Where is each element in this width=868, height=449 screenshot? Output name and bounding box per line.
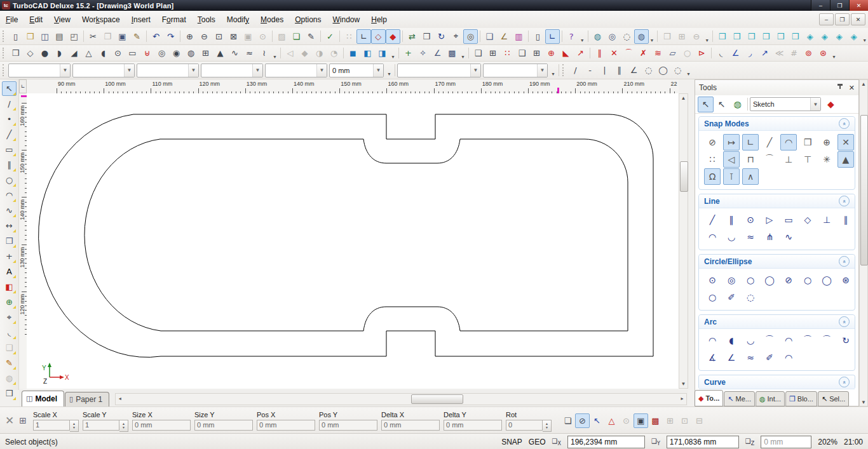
snap-nearest-facet-icon[interactable]: ▲ xyxy=(837,151,854,168)
snap-quadrant-icon[interactable]: ⊕ xyxy=(818,134,835,151)
snap-star-icon[interactable]: ✳ xyxy=(818,151,835,168)
render-hidden-line-icon[interactable]: ◎ xyxy=(605,29,620,44)
fillet-icon[interactable]: ◟ xyxy=(2,325,17,340)
selector-2d-icon[interactable]: ▣ xyxy=(634,413,648,428)
snap-parallel-icon[interactable]: ∥ xyxy=(612,63,627,77)
chevron-down-icon[interactable]: ▼ xyxy=(810,98,820,111)
drawing-outline-inner[interactable] xyxy=(85,139,628,331)
collapse-chevron-icon[interactable]: « xyxy=(839,377,850,387)
view-left-icon[interactable]: ❒ xyxy=(744,29,759,44)
canvas-horizontal-scrollbar[interactable]: ◂ ▸ xyxy=(115,393,687,405)
menu-modes[interactable]: Modes xyxy=(255,12,289,27)
view-top-icon[interactable]: ❒ xyxy=(715,29,729,44)
render-scene-icon[interactable]: ◎ xyxy=(463,29,478,44)
palette-scroll-up-arrow[interactable]: ▲ xyxy=(860,80,867,88)
horizontal-scroll-thumb[interactable] xyxy=(411,394,463,404)
camera-walk-icon[interactable]: ⌖ xyxy=(449,29,463,44)
open-icon[interactable]: ❒ xyxy=(23,29,37,44)
view-right-icon[interactable]: ❒ xyxy=(759,29,773,44)
view-bottom-icon[interactable]: ❒ xyxy=(788,29,803,44)
snap-face-icon[interactable]: ◁ xyxy=(723,151,740,168)
canvas-vertical-scrollbar[interactable]: ▲ ▼ xyxy=(679,93,688,389)
stamp-icon[interactable]: ⊚ xyxy=(801,46,816,60)
view-iso-se-icon[interactable]: ◈ xyxy=(803,29,817,44)
edit-tool-icon[interactable]: ↖ xyxy=(714,97,729,112)
menu-format[interactable]: Format xyxy=(156,12,192,27)
arc-3-point-icon[interactable]: ⌒ xyxy=(761,332,778,349)
degrade-warning-icon[interactable]: △ xyxy=(604,413,619,428)
array-grid-icon[interactable]: ⊞ xyxy=(529,46,544,60)
array-polar-icon[interactable]: ⊕ xyxy=(544,46,559,60)
palette-tab-tools-tab[interactable]: ◆To... xyxy=(695,390,723,406)
snap-dash-icon[interactable]: - xyxy=(583,63,597,77)
open-palette-icon[interactable]: ❏ xyxy=(289,29,304,44)
pen-pattern-combo[interactable]: ▼ xyxy=(137,64,199,77)
intersect-constraint-icon[interactable]: ✗ xyxy=(636,46,651,60)
pen-width-style-combo[interactable]: ▼ xyxy=(265,64,327,77)
box-3d-icon[interactable]: ❒ xyxy=(8,46,23,60)
circle-tangent-2-icon[interactable]: ◯ xyxy=(818,272,835,288)
fill-icon[interactable]: ◧ xyxy=(2,279,17,294)
snap-circle-small-icon[interactable]: ◌ xyxy=(641,63,656,77)
circle-tangent-to-line-icon[interactable]: ⊘ xyxy=(780,272,797,288)
select-by-vector-icon[interactable]: ✧ xyxy=(416,46,430,60)
edit-segment-icon[interactable]: / xyxy=(2,97,17,111)
spell-check-icon[interactable]: ✓ xyxy=(323,29,337,44)
ucs-axes-icon[interactable]: + xyxy=(401,46,416,60)
menu-workspace[interactable]: Workspace xyxy=(76,12,126,27)
line-perpendicular-icon[interactable]: ⊥ xyxy=(818,211,835,228)
zoom-out-icon[interactable]: ⊖ xyxy=(197,29,212,44)
field-input[interactable] xyxy=(444,420,502,431)
toolbar-overflow-icon[interactable]: ▼ xyxy=(579,29,586,44)
chevron-down-icon[interactable]: ▼ xyxy=(470,64,480,77)
pen-color-combo[interactable]: ▼ xyxy=(8,64,71,77)
view-front-icon[interactable]: ❒ xyxy=(729,29,744,44)
help-book-icon[interactable]: ? xyxy=(564,29,579,44)
palette-tab-measure-tab[interactable]: ↖Me... xyxy=(724,391,755,406)
circle-tangent-3-icon[interactable]: ○ xyxy=(799,272,816,288)
redo-icon[interactable]: ↷ xyxy=(163,29,178,44)
snap-ellipse-icon[interactable]: ◌ xyxy=(670,63,685,77)
toolbar-overflow-icon[interactable]: ▼ xyxy=(390,46,397,60)
arc-tangent-from-2-icon[interactable]: ∠ xyxy=(723,349,740,366)
maximize-button[interactable]: ❐ xyxy=(830,0,849,11)
wedge-3d-icon[interactable]: ◢ xyxy=(67,46,81,60)
array-fit-icon[interactable]: ⊞ xyxy=(485,46,500,60)
scroll-down-arrow[interactable]: ▼ xyxy=(679,380,688,388)
new-icon[interactable]: ▯ xyxy=(8,29,23,44)
node-edit-icon[interactable]: ↖ xyxy=(590,413,604,428)
sphere-3d-icon[interactable]: ● xyxy=(37,46,52,60)
snap-angle-icon[interactable]: ∠ xyxy=(627,63,641,77)
toolbar-overflow-icon[interactable]: ▼ xyxy=(649,29,656,44)
toolbar-grip[interactable] xyxy=(3,30,6,42)
render-wireframe-icon[interactable]: ◍ xyxy=(590,29,605,44)
save-icon[interactable]: ◫ xyxy=(37,29,52,44)
parallel-lines-icon[interactable]: ∥ xyxy=(2,157,17,172)
menu-help[interactable]: Help xyxy=(365,12,393,27)
sheet-tab-paper-1[interactable]: ▯Paper 1 xyxy=(65,392,109,406)
arc-1-2-3-icon[interactable]: ⌒ xyxy=(799,332,816,349)
palette-tab-internet-tab[interactable]: ◍Int... xyxy=(756,391,785,406)
copy-entity-icon[interactable]: ❑ xyxy=(482,29,497,44)
polyline-3d-icon[interactable]: ∿ xyxy=(227,46,242,60)
hemisphere-3d-icon[interactable]: ◗ xyxy=(52,46,67,60)
line-icon[interactable]: ╱ xyxy=(2,127,17,142)
table-icon[interactable]: ⊞ xyxy=(19,415,27,426)
cylinder-3d-icon[interactable]: ⊙ xyxy=(111,46,125,60)
snap-nearest-icon[interactable]: ↦ xyxy=(723,134,740,151)
group-edit-icon[interactable]: ⊞ xyxy=(674,29,689,44)
solid-3d-icon[interactable]: ❒ xyxy=(2,234,17,248)
zoom-window-icon[interactable]: ⊡ xyxy=(212,29,226,44)
menu-options[interactable]: Options xyxy=(289,12,327,27)
format-painter-icon[interactable]: ✎ xyxy=(130,29,144,44)
world-3d-icon[interactable]: ◍ xyxy=(2,371,17,385)
view-iso-sw-icon[interactable]: ◈ xyxy=(817,29,832,44)
swap-workplane-icon[interactable]: ⇄ xyxy=(405,29,419,44)
menu-insert[interactable]: Insert xyxy=(126,12,156,27)
boolean-intersect-icon[interactable]: ◨ xyxy=(375,46,390,60)
vertical-scroll-thumb[interactable] xyxy=(680,161,688,192)
world-tool-icon[interactable]: ◍ xyxy=(729,97,745,112)
text-icon[interactable]: A xyxy=(2,264,17,279)
chevron-down-icon[interactable]: ▼ xyxy=(537,64,547,77)
section-header[interactable]: Line« xyxy=(699,194,855,208)
